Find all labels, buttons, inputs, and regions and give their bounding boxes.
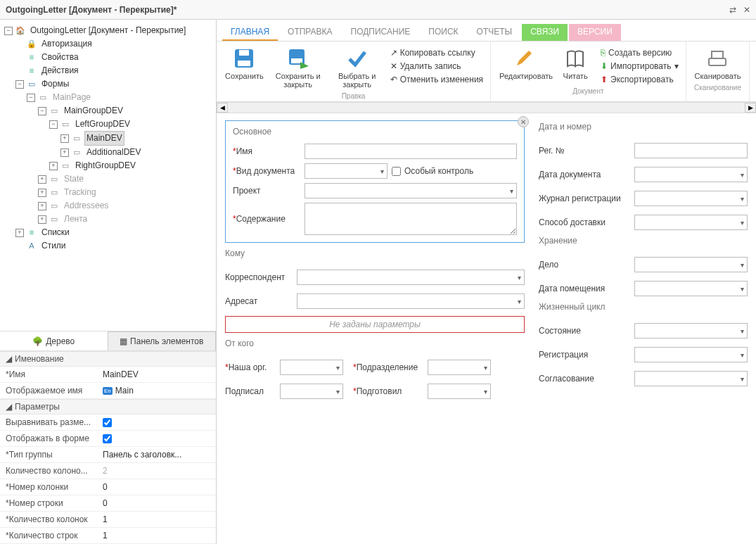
tab-main[interactable]: ГЛАВНАЯ: [222, 24, 278, 41]
edit-button[interactable]: Редактировать: [496, 46, 551, 82]
lock-icon: 🔒: [26, 39, 37, 50]
group-from-header: От кого: [225, 337, 525, 351]
dropdown-signed[interactable]: [280, 384, 343, 399]
minimize-icon[interactable]: ⇄: [729, 5, 736, 15]
dropdown-doctype[interactable]: [305, 163, 387, 179]
textarea-content[interactable]: [305, 203, 517, 235]
delete-icon: ✕: [390, 61, 397, 71]
tab-tree[interactable]: 🌳Дерево: [0, 331, 108, 350]
dropdown-delivery[interactable]: [634, 215, 748, 230]
label-signed: Подписал: [225, 386, 276, 396]
tab-send[interactable]: ОТПРАВКА: [279, 24, 341, 41]
input-regno[interactable]: [634, 143, 748, 158]
tab-links[interactable]: СВЯЗИ: [522, 24, 568, 41]
tree-toggle[interactable]: +: [60, 148, 69, 157]
close-selection-icon[interactable]: ✕: [518, 116, 529, 127]
tree-toggle[interactable]: +: [60, 134, 69, 143]
tab-search[interactable]: ПОИСК: [420, 24, 466, 41]
tree-props[interactable]: Свойства: [39, 51, 81, 64]
tree-auth[interactable]: Авторизация: [39, 37, 94, 51]
close-icon[interactable]: ✕: [743, 5, 750, 15]
tree-actions[interactable]: Действия: [39, 64, 81, 77]
dropdown-docdate[interactable]: [634, 167, 748, 182]
prop-rownum-value[interactable]: 0: [98, 495, 216, 511]
create-version-button[interactable]: ⎘Создать версию: [599, 47, 679, 58]
selected-group-box[interactable]: ✕ Основное Имя Вид документа Особый конт…: [225, 120, 525, 243]
dropdown-project[interactable]: [305, 183, 517, 198]
tree-toggle[interactable]: −: [49, 120, 58, 129]
select-close-button[interactable]: Выбрать и закрыть: [330, 46, 385, 90]
tree-addressees[interactable]: Addressees: [62, 199, 110, 213]
section-params[interactable]: ◢Параметры: [0, 399, 216, 415]
scroll-left-icon[interactable]: ◀: [217, 103, 228, 113]
save-button[interactable]: Сохранить: [222, 46, 267, 82]
save-close-button[interactable]: Сохранить и закрыть: [271, 46, 326, 90]
tree-additionaldev[interactable]: AdditionalDEV: [84, 146, 143, 159]
tree-tracking[interactable]: Tracking: [62, 186, 98, 199]
tree-root[interactable]: OutgoingLetter [Документ - Перекрытие]: [28, 24, 188, 37]
dropdown-correspondent[interactable]: [297, 270, 525, 285]
prop-colcount0-value[interactable]: 2: [98, 463, 216, 479]
dropdown-agreement[interactable]: [634, 371, 748, 386]
scroll-right-icon[interactable]: ▶: [745, 103, 756, 113]
read-button[interactable]: Читать: [556, 46, 595, 82]
tree-toggle[interactable]: −: [38, 107, 46, 115]
tree-toggle[interactable]: +: [49, 162, 58, 170]
dropdown-case[interactable]: [634, 257, 748, 272]
tree-lenta[interactable]: Лента: [62, 213, 89, 226]
undo-button[interactable]: ↶Отменить изменения: [389, 74, 485, 85]
tab-reports[interactable]: ОТЧЕТЫ: [468, 24, 521, 41]
prop-grouptype-value[interactable]: Панель с заголовк...: [98, 447, 216, 462]
prop-align-checkbox[interactable]: [103, 418, 112, 427]
scanner-icon: [706, 47, 729, 70]
dropdown-department[interactable]: [428, 360, 491, 375]
prop-colcount0-label: Количество колоно...: [0, 463, 98, 479]
label-addressee: Адресат: [225, 296, 293, 306]
prop-rowcount-value[interactable]: 1: [98, 528, 216, 543]
tab-elements-panel[interactable]: ▦Панель элементов: [108, 331, 217, 350]
dropdown-placed-date[interactable]: [634, 281, 748, 296]
tree-state[interactable]: State: [62, 172, 86, 186]
tree-toggle[interactable]: +: [38, 215, 46, 224]
prop-colcount-value[interactable]: 1: [98, 512, 216, 527]
dropdown-journal[interactable]: [634, 191, 748, 206]
tree-toggle[interactable]: +: [38, 175, 46, 184]
dropdown-addressee[interactable]: [297, 293, 525, 309]
tree-toggle[interactable]: −: [27, 94, 35, 102]
prop-showform-checkbox[interactable]: [103, 434, 112, 443]
dropdown-prepared[interactable]: [428, 384, 491, 399]
tab-sign[interactable]: ПОДПИСАНИЕ: [342, 24, 419, 41]
prop-colnum-value[interactable]: 0: [98, 479, 216, 495]
tree-toggle[interactable]: −: [4, 27, 13, 35]
checkbox-special-control[interactable]: [392, 167, 401, 176]
tab-versions[interactable]: ВЕРСИИ: [569, 24, 621, 41]
export-button[interactable]: ⬆Экспортировать: [599, 74, 679, 85]
dropdown-status[interactable]: [634, 323, 748, 339]
dropdown-our-org[interactable]: [280, 360, 343, 375]
prop-display-value[interactable]: EnMain: [98, 383, 216, 398]
tree-maingroup[interactable]: MainGroupDEV: [62, 104, 125, 118]
tree-leftgroup[interactable]: LeftGroupDEV: [73, 118, 132, 131]
prop-name-value[interactable]: MainDEV: [98, 367, 216, 382]
import-button[interactable]: ⬇Импортировать▾: [599, 61, 679, 72]
tree-toggle[interactable]: +: [38, 202, 46, 210]
group-icon: ▭: [49, 106, 60, 117]
form-icon: ▭: [49, 174, 60, 185]
delete-button[interactable]: ✕Удалить запись: [389, 61, 485, 72]
tree-forms[interactable]: Формы: [39, 77, 71, 91]
tree-maindev-selected[interactable]: MainDEV: [84, 131, 124, 146]
tree-toggle[interactable]: +: [15, 229, 24, 237]
tree-lists[interactable]: Списки: [39, 226, 72, 239]
copy-link-button[interactable]: ↗Копировать ссылку: [389, 47, 485, 58]
tree-styles[interactable]: Стили: [39, 239, 68, 253]
tree-mainpage[interactable]: MainPage: [51, 91, 93, 104]
horizontal-scrollbar[interactable]: ◀ ▶: [217, 102, 756, 113]
tree-toggle[interactable]: +: [38, 189, 46, 197]
prop-showform-label: Отображать в форме: [0, 431, 98, 446]
tree-rightgroup[interactable]: RightGroupDEV: [73, 159, 138, 172]
input-name[interactable]: [305, 144, 517, 159]
dropdown-registration[interactable]: [634, 347, 748, 362]
tree-toggle[interactable]: −: [15, 80, 24, 89]
section-naming[interactable]: ◢Именование: [0, 351, 216, 367]
scan-button[interactable]: Сканировать: [692, 46, 744, 82]
